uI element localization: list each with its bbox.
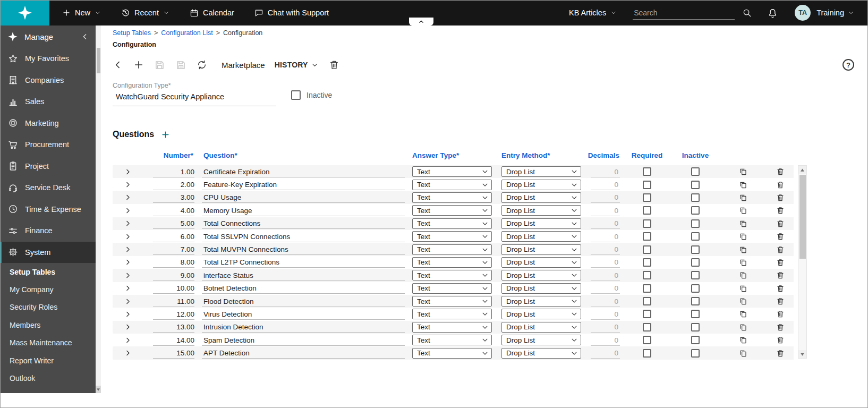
question-field[interactable]: Total L2TP Connections: [202, 257, 405, 268]
delete-row-icon[interactable]: [776, 232, 785, 241]
question-field[interactable]: Total MUVPN Connections: [202, 244, 405, 255]
row-expand-button[interactable]: [124, 181, 132, 189]
row-inactive-checkbox[interactable]: [691, 232, 700, 241]
entry-method-select[interactable]: Drop List: [501, 296, 581, 307]
calendar-button[interactable]: Calendar: [190, 8, 234, 18]
required-checkbox[interactable]: [643, 245, 651, 254]
row-inactive-checkbox[interactable]: [691, 245, 700, 254]
answer-type-select[interactable]: Text: [412, 192, 492, 203]
delete-row-icon[interactable]: [776, 181, 785, 189]
sidebar-item-marketing[interactable]: Marketing: [0, 113, 96, 134]
row-inactive-checkbox[interactable]: [691, 167, 700, 176]
entry-method-select[interactable]: Drop List: [501, 257, 581, 268]
delete-button[interactable]: [329, 60, 339, 70]
chat-with-support-button[interactable]: Chat with Support: [254, 8, 329, 18]
answer-type-select[interactable]: Text: [412, 322, 492, 333]
row-expand-button[interactable]: [124, 271, 132, 279]
answer-type-select[interactable]: Text: [412, 218, 492, 229]
delete-row-icon[interactable]: [776, 336, 785, 344]
row-expand-button[interactable]: [124, 323, 132, 331]
answer-type-select[interactable]: Text: [412, 270, 492, 280]
back-button[interactable]: [113, 60, 123, 70]
account-menu-button[interactable]: Training: [816, 8, 854, 17]
row-expand-button[interactable]: [124, 245, 132, 253]
decimals-field[interactable]: 0: [591, 309, 620, 320]
question-field[interactable]: interface Status: [202, 270, 405, 281]
required-checkbox[interactable]: [643, 181, 651, 189]
decimals-field[interactable]: 0: [591, 347, 620, 359]
decimals-field[interactable]: 0: [591, 335, 620, 346]
table-scrollbar[interactable]: [798, 165, 807, 359]
question-field[interactable]: Flood Detection: [202, 296, 405, 307]
breadcrumb-configuration-list[interactable]: Configuration List: [161, 29, 212, 37]
entry-method-select[interactable]: Drop List: [501, 231, 581, 242]
sidebar-item-procurement[interactable]: Procurement: [0, 134, 96, 156]
decimals-field[interactable]: 0: [591, 244, 620, 255]
kb-articles-menu-button[interactable]: KB Articles: [569, 8, 617, 17]
row-inactive-checkbox[interactable]: [691, 284, 700, 293]
entry-method-select[interactable]: Drop List: [501, 180, 581, 190]
sidebar-subitem-outlook[interactable]: Outlook: [0, 369, 96, 387]
number-field[interactable]: 3.00: [153, 192, 194, 203]
decimals-field[interactable]: 0: [591, 218, 620, 229]
row-expand-button[interactable]: [124, 310, 132, 318]
copy-icon[interactable]: [739, 181, 747, 189]
decimals-field[interactable]: 0: [591, 192, 620, 203]
number-field[interactable]: 11.00: [153, 296, 194, 307]
sidebar-subitem-my-company[interactable]: My Company: [0, 280, 96, 298]
number-field[interactable]: 6.00: [153, 231, 194, 242]
required-checkbox[interactable]: [643, 271, 651, 279]
delete-row-icon[interactable]: [776, 310, 785, 318]
delete-row-icon[interactable]: [776, 349, 785, 358]
add-question-button[interactable]: [161, 130, 170, 139]
row-expand-button[interactable]: [124, 284, 132, 292]
search-input[interactable]: [633, 6, 735, 20]
row-inactive-checkbox[interactable]: [691, 193, 700, 202]
row-expand-button[interactable]: [124, 258, 132, 266]
row-expand-button[interactable]: [124, 168, 132, 176]
row-expand-button[interactable]: [124, 193, 132, 201]
decimals-field[interactable]: 0: [591, 321, 620, 333]
config-type-field[interactable]: WatchGuard Security Appliance: [113, 89, 276, 106]
required-checkbox[interactable]: [643, 284, 651, 293]
sidebar-collapse-icon[interactable]: [81, 32, 89, 41]
table-scrollbar-thumb[interactable]: [799, 175, 806, 259]
copy-icon[interactable]: [739, 245, 747, 254]
question-field[interactable]: APT Detection: [202, 347, 405, 359]
row-inactive-checkbox[interactable]: [691, 323, 700, 332]
sidebar-item-companies[interactable]: Companies: [0, 70, 96, 91]
app-logo[interactable]: [0, 0, 49, 26]
copy-icon[interactable]: [739, 297, 747, 305]
delete-row-icon[interactable]: [776, 167, 785, 176]
number-field[interactable]: 7.00: [153, 244, 194, 255]
required-checkbox[interactable]: [643, 167, 651, 176]
entry-method-select[interactable]: Drop List: [501, 335, 581, 345]
scroll-down-icon[interactable]: [798, 350, 806, 358]
delete-row-icon[interactable]: [776, 271, 785, 279]
number-field[interactable]: 1.00: [153, 166, 194, 177]
row-inactive-checkbox[interactable]: [691, 310, 700, 318]
delete-row-icon[interactable]: [776, 206, 785, 215]
copy-icon[interactable]: [739, 323, 747, 332]
notifications-bell-icon[interactable]: [768, 8, 778, 18]
entry-method-select[interactable]: Drop List: [501, 283, 581, 294]
row-expand-button[interactable]: [124, 336, 132, 344]
decimals-field[interactable]: 0: [591, 270, 620, 281]
decimals-field[interactable]: 0: [591, 257, 620, 268]
question-field[interactable]: Spam Detection: [202, 335, 405, 346]
answer-type-select[interactable]: Text: [412, 335, 492, 345]
row-inactive-checkbox[interactable]: [691, 297, 700, 305]
number-field[interactable]: 15.00: [153, 347, 194, 359]
sidebar-scrollbar[interactable]: [96, 26, 101, 393]
row-expand-button[interactable]: [124, 233, 132, 241]
question-field[interactable]: Total SSLVPN Connections: [202, 231, 405, 242]
answer-type-select[interactable]: Text: [412, 166, 492, 177]
sidebar-item-service-desk[interactable]: Service Desk: [0, 177, 96, 199]
answer-type-select[interactable]: Text: [412, 257, 492, 268]
copy-icon[interactable]: [739, 167, 747, 176]
entry-method-select[interactable]: Drop List: [501, 192, 581, 203]
copy-icon[interactable]: [739, 284, 747, 293]
delete-row-icon[interactable]: [776, 258, 785, 267]
number-field[interactable]: 10.00: [153, 283, 194, 294]
required-checkbox[interactable]: [643, 219, 651, 228]
